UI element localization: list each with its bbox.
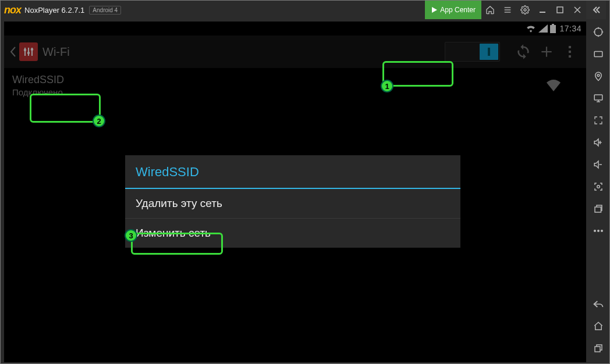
network-context-dialog: WiredSSID Удалить эту сеть Изменить сеть [125, 155, 460, 248]
expand-sidebar-icon[interactable] [586, 1, 606, 19]
right-toolbar [587, 19, 609, 363]
svg-point-4 [524, 9, 526, 11]
home-icon[interactable] [481, 1, 499, 19]
svg-marker-37 [594, 139, 598, 146]
screenshot-icon[interactable] [587, 176, 609, 197]
svg-point-44 [594, 230, 596, 232]
multi-instance-icon[interactable] [587, 198, 609, 219]
svg-point-46 [601, 230, 603, 232]
location-icon[interactable] [587, 66, 609, 87]
svg-rect-29 [594, 52, 602, 57]
forget-network-item[interactable]: Удалить эту сеть [125, 189, 460, 219]
svg-marker-40 [594, 161, 598, 168]
android-screen: 17:34 Wi-Fi [4, 22, 586, 362]
svg-rect-43 [595, 207, 601, 212]
svg-point-45 [597, 230, 600, 232]
play-icon [431, 6, 438, 13]
titlebar: nox NoxPlayer 6.2.7.1 Android 4 App Cent… [1, 1, 609, 19]
volume-down-icon[interactable] [587, 154, 609, 175]
svg-rect-34 [594, 95, 602, 100]
menu-lines-icon[interactable] [499, 1, 516, 19]
svg-rect-47 [595, 347, 600, 352]
svg-marker-0 [432, 7, 437, 13]
modify-network-item[interactable]: Изменить сеть [125, 219, 460, 248]
maximize-icon[interactable] [551, 1, 569, 19]
svg-point-42 [597, 185, 600, 188]
svg-rect-6 [557, 7, 563, 13]
android-recents-icon[interactable] [587, 338, 609, 359]
app-center-label: App Center [440, 6, 476, 14]
dialog-title: WiredSSID [125, 155, 460, 188]
nox-logo: nox [4, 4, 21, 16]
app-title: NoxPlayer 6.2.7.1 [24, 6, 84, 15]
volume-up-icon[interactable] [587, 132, 609, 153]
android-back-icon[interactable] [587, 294, 609, 315]
fullscreen-icon[interactable] [587, 110, 609, 131]
more-icon[interactable] [587, 220, 609, 241]
nox-window: nox NoxPlayer 6.2.7.1 Android 4 App Cent… [0, 0, 610, 364]
settings-gear-icon[interactable] [516, 1, 534, 19]
keyboard-icon[interactable] [587, 44, 609, 65]
cursor-icon[interactable] [587, 22, 609, 42]
svg-point-33 [597, 74, 600, 77]
close-icon[interactable] [569, 1, 586, 19]
svg-point-24 [594, 28, 602, 36]
android-home-icon[interactable] [587, 316, 609, 337]
my-computer-icon[interactable] [587, 88, 609, 109]
app-center-button[interactable]: App Center [425, 1, 481, 19]
minimize-icon[interactable] [534, 1, 551, 19]
android-version-badge: Android 4 [89, 6, 121, 15]
